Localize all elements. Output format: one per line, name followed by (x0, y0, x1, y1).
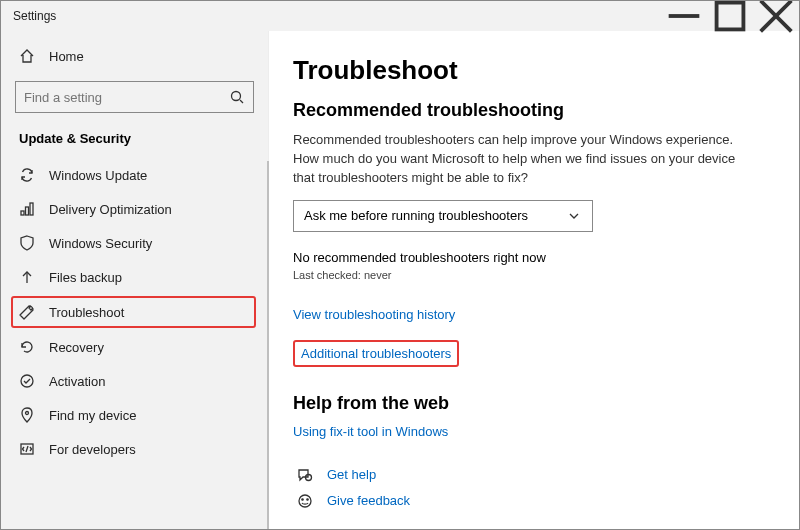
svg-point-16 (302, 498, 303, 499)
link-additional-troubleshooters[interactable]: Additional troubleshooters (293, 340, 459, 367)
search-icon (229, 89, 245, 105)
give-feedback-row[interactable]: Give feedback (297, 493, 775, 509)
wrench-icon (19, 304, 35, 320)
nav-activation[interactable]: Activation (1, 364, 268, 398)
svg-point-11 (21, 375, 33, 387)
svg-point-4 (232, 92, 241, 101)
svg-rect-6 (21, 211, 24, 215)
nav-label: Find my device (49, 408, 136, 423)
feedback-icon (297, 493, 313, 509)
nav-label: Windows Security (49, 236, 152, 251)
minimize-button[interactable] (661, 1, 707, 31)
nav-for-developers[interactable]: For developers (1, 432, 268, 466)
close-button[interactable] (753, 1, 799, 31)
home-icon (19, 48, 35, 64)
nav-label: Recovery (49, 340, 104, 355)
nav-delivery-optimization[interactable]: Delivery Optimization (1, 192, 268, 226)
chevron-down-icon (566, 208, 582, 224)
check-circle-icon (19, 373, 35, 389)
description-text: Recommended troubleshooters can help imp… (293, 131, 753, 188)
content-pane: Troubleshoot Recommended troubleshooting… (269, 31, 799, 530)
sync-icon (19, 167, 35, 183)
last-checked-text: Last checked: never (293, 269, 775, 281)
search-field[interactable] (24, 90, 229, 105)
help-icon (297, 467, 313, 483)
get-help-link[interactable]: Get help (327, 467, 376, 482)
search-input[interactable] (15, 81, 254, 113)
give-feedback-link[interactable]: Give feedback (327, 493, 410, 508)
link-history[interactable]: View troubleshooting history (293, 307, 455, 322)
get-help-row[interactable]: Get help (297, 467, 775, 483)
svg-line-5 (240, 100, 243, 103)
svg-rect-1 (717, 3, 744, 30)
developers-icon (19, 441, 35, 457)
svg-point-17 (307, 498, 308, 499)
backup-icon (19, 269, 35, 285)
nav-find-my-device[interactable]: Find my device (1, 398, 268, 432)
nav-label: For developers (49, 442, 136, 457)
nav-label: Troubleshoot (49, 305, 124, 320)
nav-label: Delivery Optimization (49, 202, 172, 217)
link-fixit[interactable]: Using fix-it tool in Windows (293, 424, 448, 439)
nav-files-backup[interactable]: Files backup (1, 260, 268, 294)
svg-point-15 (299, 495, 311, 507)
window-title: Settings (13, 9, 661, 23)
status-text: No recommended troubleshooters right now (293, 250, 775, 265)
subheading: Recommended troubleshooting (293, 100, 775, 121)
dropdown-value: Ask me before running troubleshooters (304, 208, 528, 223)
sidebar: Home Update & Security Windows Update De… (1, 31, 269, 530)
svg-rect-7 (26, 207, 29, 215)
svg-point-12 (26, 412, 29, 415)
nav-windows-update[interactable]: Windows Update (1, 158, 268, 192)
svg-rect-8 (30, 203, 33, 215)
recovery-icon (19, 339, 35, 355)
optimization-icon (19, 201, 35, 217)
troubleshoot-preference-dropdown[interactable]: Ask me before running troubleshooters (293, 200, 593, 232)
maximize-button[interactable] (707, 1, 753, 31)
page-title: Troubleshoot (293, 55, 775, 86)
nav-label: Windows Update (49, 168, 147, 183)
nav-windows-security[interactable]: Windows Security (1, 226, 268, 260)
section-title: Update & Security (1, 125, 268, 158)
nav-label: Activation (49, 374, 105, 389)
nav-recovery[interactable]: Recovery (1, 330, 268, 364)
window-buttons (661, 1, 799, 31)
help-heading: Help from the web (293, 393, 775, 414)
shield-icon (19, 235, 35, 251)
home-label: Home (49, 49, 84, 64)
home-nav[interactable]: Home (1, 39, 268, 73)
nav-label: Files backup (49, 270, 122, 285)
location-icon (19, 407, 35, 423)
titlebar: Settings (1, 1, 799, 31)
nav-troubleshoot[interactable]: Troubleshoot (11, 296, 256, 328)
